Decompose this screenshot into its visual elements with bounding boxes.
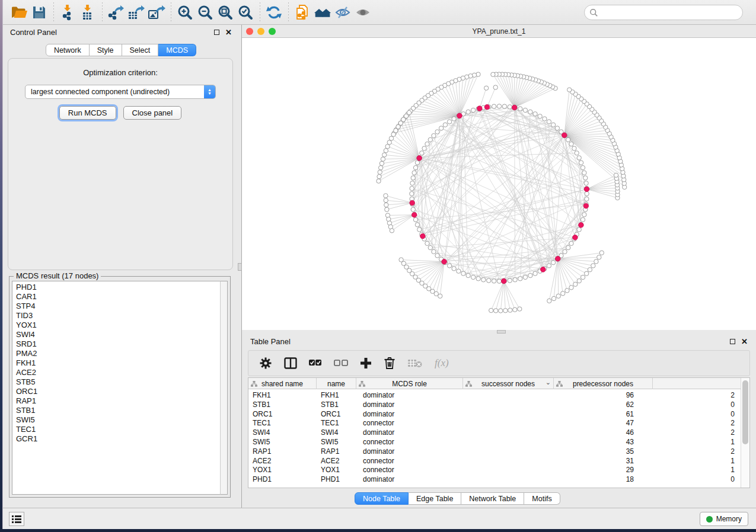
- search-box[interactable]: [584, 5, 743, 20]
- table-cell: 29: [626, 465, 634, 475]
- mcds-panel: Optimization criterion: largest connecte…: [8, 58, 233, 270]
- show-details-icon[interactable]: [353, 2, 373, 23]
- mcds-result-item[interactable]: RAP1: [16, 396, 220, 406]
- memory-button[interactable]: Memory: [700, 512, 748, 526]
- table-cell: 1: [731, 437, 735, 447]
- zoom-out-icon[interactable]: [195, 2, 215, 23]
- mcds-result-item[interactable]: SWI5: [16, 415, 220, 425]
- column-header-predecessor-nodes[interactable]: predecessor nodes: [554, 378, 653, 389]
- gear-icon[interactable]: [259, 355, 272, 371]
- panel-splitter-handle[interactable]: [238, 263, 242, 271]
- task-history-button[interactable]: [9, 512, 24, 526]
- toolbar-separator: [256, 2, 264, 23]
- table-cell: 62: [626, 400, 634, 409]
- columns-icon[interactable]: [284, 355, 297, 371]
- table-row[interactable]: YOX1YOX1connector291: [248, 465, 741, 475]
- column-header-MCDS-role[interactable]: MCDS role: [356, 378, 463, 389]
- import-network-icon[interactable]: [58, 2, 78, 23]
- deselect-all-icon[interactable]: [334, 355, 348, 371]
- refresh-icon[interactable]: [264, 2, 284, 23]
- mcds-result-list[interactable]: PHD1CAR1STP4TID3YOX1SWI4SRD1PMA2FKH1ACE2…: [12, 281, 220, 495]
- tab-select[interactable]: Select: [122, 44, 159, 56]
- table-scrollbar-thumb[interactable]: [742, 380, 748, 444]
- run-mcds-button[interactable]: Run MCDS: [59, 106, 116, 120]
- table-cell: 1: [731, 456, 735, 466]
- table-cell: dominator: [363, 390, 394, 400]
- network-view[interactable]: [242, 38, 756, 330]
- mcds-result-item[interactable]: SRD1: [16, 339, 220, 349]
- table-row[interactable]: PHD1PHD1dominator180: [248, 475, 741, 484]
- tab-node-table[interactable]: Node Table: [355, 492, 409, 505]
- save-session-icon[interactable]: [29, 2, 49, 23]
- table-header: shared namenameMCDS rolesuccessor nodes⌄…: [248, 378, 741, 389]
- export-image-icon[interactable]: [146, 2, 167, 23]
- float-panel-icon[interactable]: [214, 30, 219, 35]
- criterion-select[interactable]: largest connected component (undirected)…: [25, 85, 216, 99]
- mcds-result-item[interactable]: PHD1: [16, 283, 220, 292]
- mcds-result-item[interactable]: GCR1: [16, 434, 220, 444]
- table-row[interactable]: SWI4SWI4dominator462: [248, 428, 741, 437]
- tab-mcds[interactable]: MCDS: [158, 44, 196, 56]
- zoom-fit-icon[interactable]: [215, 2, 235, 23]
- tab-motifs[interactable]: Motifs: [524, 492, 560, 505]
- column-header-successor-nodes[interactable]: successor nodes⌄: [463, 378, 554, 389]
- table-row[interactable]: RAP1RAP1dominator352: [248, 447, 741, 456]
- mcds-result-scrollbar[interactable]: [220, 281, 228, 495]
- table-row[interactable]: SWI5SWI5connector431: [248, 437, 741, 447]
- clone-network-icon[interactable]: [292, 2, 312, 23]
- delete-icon[interactable]: [384, 355, 395, 371]
- table-scrollbar[interactable]: [741, 378, 749, 488]
- table-cell: 0: [731, 409, 735, 419]
- network-graph[interactable]: [242, 38, 756, 330]
- export-network-icon[interactable]: [106, 2, 126, 23]
- table-cell: 2: [731, 447, 735, 456]
- table-row[interactable]: TEC1TEC1connector472: [248, 418, 741, 428]
- mcds-result-item[interactable]: ORC1: [16, 387, 220, 396]
- mcds-result-item[interactable]: SWI4: [16, 330, 220, 339]
- table-cell: ACE2: [321, 456, 339, 466]
- tab-style[interactable]: Style: [90, 44, 122, 56]
- mcds-result-item[interactable]: CAR1: [16, 292, 220, 302]
- mcds-result-item[interactable]: TID3: [16, 311, 220, 321]
- mcds-result-title: MCDS result (17 nodes): [14, 271, 101, 280]
- import-table-icon[interactable]: [78, 2, 98, 23]
- mcds-result-item[interactable]: FKH1: [16, 358, 220, 368]
- mcds-result-item[interactable]: STP4: [16, 302, 220, 311]
- add-icon[interactable]: [360, 355, 372, 371]
- close-panel-button[interactable]: Close panel: [123, 106, 182, 120]
- neighborhood-icon[interactable]: [312, 2, 333, 23]
- table-row[interactable]: ACE2ACE2connector311: [248, 456, 741, 466]
- network-window-titlebar: YPA_prune.txt_1: [242, 25, 756, 38]
- search-icon: [589, 8, 598, 17]
- tab-network-table[interactable]: Network Table: [461, 492, 524, 505]
- column-header-name[interactable]: name: [317, 378, 356, 389]
- mcds-result-item[interactable]: ACE2: [16, 368, 220, 377]
- float-table-panel-icon[interactable]: [730, 339, 735, 344]
- sort-indicator-icon[interactable]: ⌄: [546, 379, 551, 386]
- hide-details-icon[interactable]: [333, 2, 353, 23]
- tab-edge-table[interactable]: Edge Table: [409, 492, 461, 505]
- mcds-result-item[interactable]: YOX1: [16, 321, 220, 330]
- search-input[interactable]: [598, 7, 742, 18]
- table-cell: 61: [626, 409, 634, 419]
- namespace-tree-icon: [359, 380, 365, 389]
- mcds-result-item[interactable]: STB1: [16, 406, 220, 415]
- table-row[interactable]: STB1STB1dominator620: [248, 400, 741, 409]
- select-all-icon[interactable]: [309, 355, 322, 371]
- table-row[interactable]: FKH1FKH1dominator962: [248, 390, 741, 400]
- open-file-icon[interactable]: [9, 2, 29, 23]
- table-cell: connector: [363, 456, 394, 466]
- export-table-icon[interactable]: [126, 2, 146, 23]
- mcds-result-item[interactable]: PMA2: [16, 349, 220, 358]
- mcds-result-item[interactable]: TEC1: [16, 425, 220, 434]
- mcds-result-item[interactable]: STB5: [16, 377, 220, 387]
- zoom-selected-icon[interactable]: [235, 2, 256, 23]
- table-row[interactable]: ORC1ORC1dominator610: [248, 409, 741, 419]
- table-panel: Table Panel ✕ f(x) shared namenameMCDS r…: [242, 334, 756, 508]
- close-table-panel-icon[interactable]: ✕: [741, 339, 748, 344]
- zoom-in-icon[interactable]: [175, 2, 195, 23]
- close-panel-icon[interactable]: ✕: [225, 30, 232, 35]
- column-header-shared-name[interactable]: shared name: [248, 378, 317, 389]
- tab-network[interactable]: Network: [46, 44, 90, 56]
- optimization-criterion-label: Optimization criterion:: [8, 68, 232, 77]
